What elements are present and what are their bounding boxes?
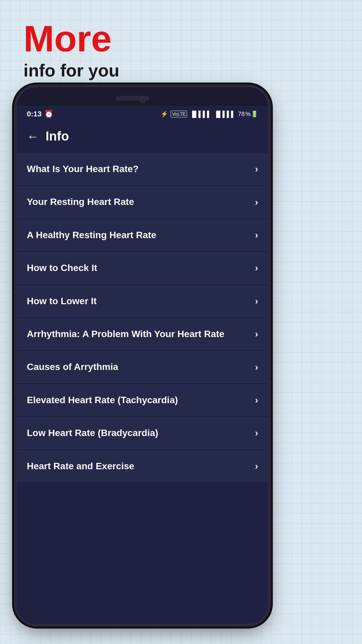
signal-icon: ▐▌▌▌▌	[190, 111, 211, 118]
menu-item-resting-heart-rate[interactable]: Your Resting Heart Rate ›	[17, 186, 268, 218]
chevron-right-icon: ›	[255, 461, 258, 472]
menu-item-tachycardia[interactable]: Elevated Heart Rate (Tachycardia) ›	[17, 384, 268, 416]
menu-item-how-to-lower[interactable]: How to Lower It ›	[17, 285, 268, 317]
menu-item-label: Arrhythmia: A Problem With Your Heart Ra…	[27, 328, 255, 340]
alarm-icon: ⏰	[44, 110, 53, 118]
menu-item-label: Causes of Arrythmia	[27, 361, 255, 373]
menu-list: What Is Your Heart Rate? › Your Resting …	[17, 149, 268, 487]
battery-label: 78	[238, 111, 245, 118]
menu-item-label: Elevated Heart Rate (Tachycardia)	[27, 394, 255, 406]
menu-item-how-to-check[interactable]: How to Check It ›	[17, 252, 268, 284]
chevron-right-icon: ›	[255, 329, 258, 339]
status-icons: ⚡ VoLTE ▐▌▌▌▌ ▐▌▌▌▌ 78 %🔋	[161, 110, 258, 118]
nav-bar: ← Info	[17, 122, 268, 149]
page-title: Info	[46, 129, 69, 144]
signal-icon-2: ▐▌▌▌▌	[214, 111, 235, 118]
header-section: More info for you	[23, 20, 119, 80]
chevron-right-icon: ›	[255, 296, 258, 307]
menu-item-healthy-resting[interactable]: A Healthy Resting Heart Rate ›	[17, 219, 268, 251]
chevron-right-icon: ›	[255, 395, 258, 406]
chevron-right-icon: ›	[255, 428, 258, 438]
chevron-right-icon: ›	[255, 197, 258, 208]
chevron-right-icon: ›	[255, 362, 258, 373]
menu-item-causes-arrhythmia[interactable]: Causes of Arrythmia ›	[17, 351, 268, 383]
bluetooth-icon: ⚡	[161, 110, 168, 118]
menu-item-label: Your Resting Heart Rate	[27, 196, 255, 208]
menu-item-label: What Is Your Heart Rate?	[27, 163, 255, 175]
phone-camera	[139, 97, 145, 103]
phone-frame: 0:13 ⏰ ⚡ VoLTE ▐▌▌▌▌ ▐▌▌▌▌ 78 %🔋 ← Info …	[17, 87, 268, 624]
menu-item-arrhythmia[interactable]: Arrhythmia: A Problem With Your Heart Ra…	[17, 318, 268, 350]
battery-icon: 78 %🔋	[238, 110, 258, 118]
menu-item-label: How to Check It	[27, 262, 255, 274]
menu-item-bradycardia[interactable]: Low Heart Rate (Bradycardia) ›	[17, 417, 268, 449]
header-subtitle: info for you	[23, 60, 119, 80]
chevron-right-icon: ›	[255, 230, 258, 240]
menu-item-label: A Healthy Resting Heart Rate	[27, 229, 255, 241]
status-bar: 0:13 ⏰ ⚡ VoLTE ▐▌▌▌▌ ▐▌▌▌▌ 78 %🔋	[17, 106, 268, 122]
menu-item-heart-rate-exercise[interactable]: Heart Rate and Exercise ›	[17, 450, 268, 482]
app-content: ← Info What Is Your Heart Rate? › Your R…	[17, 122, 268, 624]
volte-icon: VoLTE	[171, 111, 187, 117]
menu-item-label: How to Lower It	[27, 295, 255, 307]
menu-item-label: Heart Rate and Exercise	[27, 460, 255, 472]
menu-item-what-is-heart-rate[interactable]: What Is Your Heart Rate? ›	[17, 153, 268, 185]
status-time: 0:13 ⏰	[27, 110, 53, 118]
chevron-right-icon: ›	[255, 164, 258, 174]
menu-item-label: Low Heart Rate (Bradycardia)	[27, 427, 255, 439]
chevron-right-icon: ›	[255, 263, 258, 273]
header-title: More	[23, 20, 119, 57]
back-button[interactable]: ←	[27, 129, 39, 144]
